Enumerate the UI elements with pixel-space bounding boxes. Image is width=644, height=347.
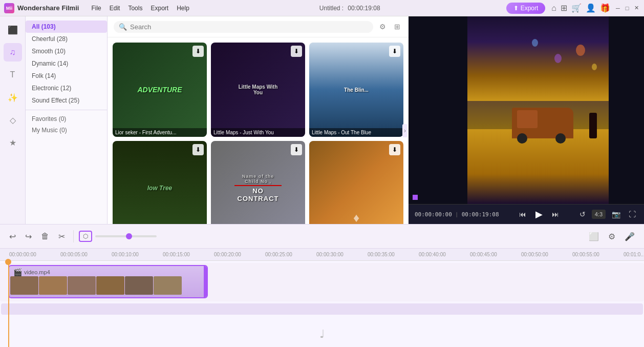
delete-button[interactable]: 🗑 — [38, 230, 52, 243]
search-input[interactable] — [130, 23, 368, 31]
card-2-download[interactable]: ⬇ — [291, 46, 302, 57]
track-clip-video[interactable]: 🎬 video.mp4 — [8, 265, 208, 298]
card-1-label: Lior seker - First Adventu... — [113, 128, 207, 137]
transition-button[interactable]: ⬜ — [586, 230, 602, 243]
cart-icon[interactable]: 🛒 — [571, 3, 582, 13]
toolbar-right: ⬜ ⚙ 🎤 — [586, 230, 638, 243]
menu-file[interactable]: File — [87, 3, 105, 14]
home-icon[interactable]: ⌂ — [551, 4, 556, 13]
preview-controls: 00:00:00:00 | 00:00:19:08 ⏮ ▶ ⏭ ↺ 4:3 📷 … — [409, 204, 644, 224]
maximize-button[interactable]: □ — [624, 5, 631, 12]
track-clip-label: 🎬 video.mp4 — [13, 268, 50, 276]
category-electronic[interactable]: Electronic (12) — [26, 82, 107, 94]
sidebar-transitions-icon[interactable]: ◇ — [4, 111, 22, 129]
card-4-download[interactable]: ⬇ — [192, 144, 204, 155]
sidebar-icons: ⬛ ♫ T ✨ ◇ ★ — [0, 16, 26, 224]
grid-view-button[interactable]: ⊞ — [392, 21, 402, 33]
title-center: Untitled : 00:00:19:08 — [194, 5, 506, 12]
aspect-ratio-button[interactable]: 4:3 — [592, 210, 606, 219]
window-controls: ⌂ ⊞ 🛒 👤 🎁 ─ □ ✕ — [551, 3, 640, 13]
sidebar-effects-icon[interactable]: ✨ — [4, 88, 22, 107]
clip-resize-handle[interactable] — [204, 266, 207, 297]
category-dynamic[interactable]: Dynamic (14) — [26, 57, 107, 70]
timeline-ruler: 00:00:00:00 00:00:05:00 00:00:10:00 00:0… — [0, 249, 644, 261]
close-button[interactable]: ✕ — [633, 5, 640, 12]
card-3-download[interactable]: ⬇ — [389, 46, 400, 57]
minimize-button[interactable]: ─ — [614, 5, 621, 12]
preview-panel: 00:00:00:00 | 00:00:19:08 ⏮ ▶ ⏭ ↺ 4:3 📷 … — [409, 16, 644, 224]
content-area: 🔍 ⚙ ⊞ AdVenTuRe ⬇ Lior seker - First Adv… — [108, 16, 409, 224]
ruler-mark-9: 00:00:45:00 — [469, 252, 520, 257]
playhead-slider[interactable] — [95, 235, 157, 237]
menu-tools[interactable]: Tools — [124, 3, 146, 14]
sidebar-music-icon[interactable]: ♫ — [4, 43, 22, 62]
menu-help[interactable]: Help — [173, 3, 194, 14]
sidebar-text-icon[interactable]: T — [4, 66, 22, 84]
card-6-download[interactable]: ⬇ — [389, 144, 400, 155]
export-button[interactable]: ⬆ Export — [506, 3, 546, 14]
playhead-handle[interactable] — [126, 233, 132, 239]
category-folk[interactable]: Folk (14) — [26, 70, 107, 82]
ruler-mark-6: 00:00:30:00 — [315, 252, 367, 257]
undo-button[interactable]: ↩ — [6, 230, 19, 243]
sidebar-media-icon[interactable]: ⬛ — [4, 21, 22, 39]
grid-icon[interactable]: ⊞ — [561, 3, 567, 13]
category-smooth[interactable]: Smooth (10) — [26, 45, 107, 57]
category-favorites[interactable]: Favorites (0) — [26, 113, 107, 125]
settings-button[interactable]: ⚙ — [605, 230, 618, 243]
music-card-3[interactable]: The Blin... ⬇ Little Maps - Out The Blue — [309, 43, 403, 137]
category-sound-effect[interactable]: Sound Effect (25) — [26, 94, 107, 107]
video-track: 🎬 video.mp4 — [0, 263, 644, 301]
music-card-6[interactable]: ♦ ⬇ Name of the Child - Suns... — [309, 141, 403, 224]
split-button[interactable]: ⬡ — [79, 231, 92, 242]
music-grid: AdVenTuRe ⬇ Lior seker - First Adventu..… — [108, 37, 409, 224]
sidebar-filters-icon[interactable]: ★ — [4, 133, 22, 152]
skip-end-button[interactable]: ⏭ — [550, 209, 561, 219]
card-4-text: low Tree — [147, 185, 172, 192]
ruler-mark-3: 00:00:15:00 — [162, 252, 213, 257]
ruler-mark-7: 00:00:35:00 — [367, 252, 418, 257]
card-3-text: The Blin... — [344, 87, 369, 93]
time-current: 00:00:00:00 — [415, 211, 452, 218]
time-total: 00:00:19:08 — [462, 211, 499, 218]
speed-button[interactable]: ↺ — [577, 209, 588, 219]
category-all[interactable]: All (103) — [26, 21, 107, 33]
playhead-top — [5, 259, 11, 265]
user-icon[interactable]: 👤 — [586, 3, 596, 13]
music-panel: All (103) Cheerful (28) Smooth (10) Dyna… — [26, 16, 108, 224]
menu-export[interactable]: Export — [146, 3, 173, 14]
preview-video — [409, 16, 644, 204]
ruler-mark-8: 00:00:40:00 — [418, 252, 469, 257]
search-input-wrap: 🔍 — [114, 21, 373, 33]
scroll-right-button[interactable]: › — [402, 124, 407, 137]
card-2-label: Little Maps - Just With You — [211, 128, 305, 137]
toolbar-divider-1 — [73, 230, 74, 242]
audio-button[interactable]: 🎤 — [621, 230, 638, 243]
screenshot-button[interactable]: 📷 — [610, 209, 622, 219]
time-separator: | — [456, 211, 458, 217]
menu-edit[interactable]: Edit — [105, 3, 124, 14]
filter-button[interactable]: ⚙ — [377, 21, 388, 33]
redo-button[interactable]: ↪ — [22, 230, 35, 243]
music-card-2[interactable]: Little Maps With You ⬇ Little Maps - Jus… — [211, 43, 305, 137]
cut-button[interactable]: ✂ — [55, 230, 68, 243]
category-cheerful[interactable]: Cheerful (28) — [26, 33, 107, 45]
project-name: Untitled : — [319, 5, 344, 12]
sub-track — [1, 303, 643, 315]
category-my-music[interactable]: My Music (0) — [26, 125, 107, 136]
gift-icon[interactable]: 🎁 — [600, 3, 610, 13]
ruler-mark-10: 00:00:50:00 — [520, 252, 571, 257]
skip-start-button[interactable]: ⏮ — [517, 209, 528, 219]
timeline-area: 00:00:00:00 00:00:05:00 00:00:10:00 00:0… — [0, 249, 644, 347]
music-card-1[interactable]: AdVenTuRe ⬇ Lior seker - First Adventu..… — [113, 43, 207, 137]
card-1-download[interactable]: ⬇ — [192, 46, 204, 57]
app-name: Wondershare Filmii — [17, 4, 79, 12]
editor-toolbar: ↩ ↪ 🗑 ✂ ⬡ ⬜ ⚙ 🎤 — [0, 224, 644, 249]
music-card-4[interactable]: low Tree ⬇ Low Tree - Up To The Mo... — [113, 141, 207, 224]
card-2-text: Little Maps With You — [234, 84, 282, 95]
ruler-mark-12: 00:01:0... — [622, 252, 644, 257]
card-5-download[interactable]: ⬇ — [291, 144, 302, 155]
fullscreen-button[interactable]: ⛶ — [627, 209, 638, 219]
play-button[interactable]: ▶ — [532, 208, 546, 221]
music-card-5[interactable]: Name of the Child No , NOCONTRACT ⬇ Name… — [211, 141, 305, 224]
